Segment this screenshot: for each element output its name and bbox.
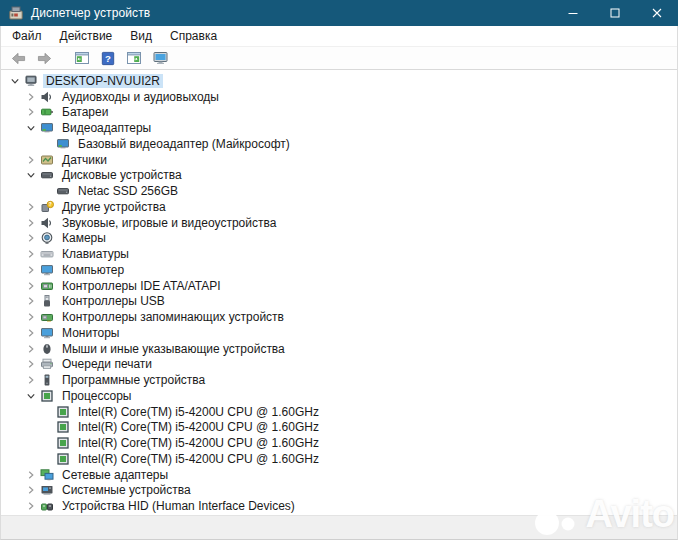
tree-row[interactable]: Устройства HID (Human Interface Devices) bbox=[1, 498, 677, 514]
toolbar: ? bbox=[1, 47, 677, 70]
chevron-right-icon[interactable] bbox=[22, 328, 39, 338]
back-button[interactable] bbox=[6, 48, 30, 68]
processor-icon bbox=[39, 389, 54, 403]
chevron-right-icon[interactable] bbox=[22, 344, 39, 354]
chevron-down-icon[interactable] bbox=[22, 170, 39, 180]
forward-button[interactable] bbox=[32, 48, 56, 68]
chevron-right-icon[interactable] bbox=[22, 249, 39, 259]
tree-row[interactable]: Батареи bbox=[1, 105, 677, 121]
chevron-right-icon[interactable] bbox=[22, 501, 39, 511]
tree-item-label[interactable]: Процессоры bbox=[59, 389, 135, 403]
chevron-down-icon[interactable] bbox=[6, 76, 23, 86]
tree-row[interactable]: Процессоры bbox=[1, 388, 677, 404]
tree-row[interactable]: Аудиовходы и аудиовыходы bbox=[1, 89, 677, 105]
tree-row[interactable]: Звуковые, игровые и видеоустройства bbox=[1, 215, 677, 231]
scan-monitor-icon bbox=[152, 50, 169, 66]
tree-item-label[interactable]: Intel(R) Core(TM) i5-4200U CPU @ 1.60GHz bbox=[75, 452, 322, 466]
minimize-button[interactable] bbox=[552, 0, 594, 26]
show-console-tree-button[interactable] bbox=[70, 48, 94, 68]
tree-item-label[interactable]: Программные устройства bbox=[59, 373, 208, 387]
chevron-right-icon[interactable] bbox=[22, 92, 39, 102]
tree-row[interactable]: Видеоадаптеры bbox=[1, 120, 677, 136]
storage-controller-icon bbox=[39, 310, 54, 324]
tree-item-label[interactable]: Клавиатуры bbox=[59, 247, 132, 261]
tree-row[interactable]: Очереди печати bbox=[1, 357, 677, 373]
tree-item-label[interactable]: Дисковые устройства bbox=[59, 168, 185, 182]
tree-row[interactable]: Компьютер bbox=[1, 262, 677, 278]
close-button[interactable] bbox=[636, 0, 678, 26]
tree-row[interactable]: Intel(R) Core(TM) i5-4200U CPU @ 1.60GHz bbox=[1, 404, 677, 420]
tree-item-label[interactable]: Базовый видеоадаптер (Майкрософт) bbox=[75, 137, 293, 151]
tree-row[interactable]: Сетевые адаптеры bbox=[1, 467, 677, 483]
tree-item-label[interactable]: Другие устройства bbox=[59, 200, 169, 214]
chevron-right-icon[interactable] bbox=[22, 359, 39, 369]
tree-item-label[interactable]: Intel(R) Core(TM) i5-4200U CPU @ 1.60GHz bbox=[75, 405, 322, 419]
tree-row[interactable]: DESKTOP-NVUUI2R bbox=[1, 73, 677, 89]
hid-device-icon bbox=[39, 499, 54, 513]
chevron-right-icon[interactable] bbox=[22, 107, 39, 117]
scan-hardware-button[interactable] bbox=[148, 48, 172, 68]
chevron-right-icon[interactable] bbox=[22, 202, 39, 212]
tree-item-label[interactable]: Системные устройства bbox=[59, 483, 194, 497]
chevron-right-icon[interactable] bbox=[22, 470, 39, 480]
chevron-right-icon[interactable] bbox=[22, 485, 39, 495]
tree-item-label[interactable]: Звуковые, игровые и видеоустройства bbox=[59, 216, 279, 230]
tree-row[interactable]: Системные устройства bbox=[1, 483, 677, 499]
tree-row[interactable]: Программные устройства bbox=[1, 372, 677, 388]
tree-row[interactable]: Контроллеры USB bbox=[1, 294, 677, 310]
menu-action[interactable]: Действие bbox=[51, 27, 122, 45]
tree-item-label[interactable]: Контроллеры IDE ATA/ATAPI bbox=[59, 279, 224, 293]
tree-item-label[interactable]: Батареи bbox=[59, 105, 111, 119]
tree-row[interactable]: Датчики bbox=[1, 152, 677, 168]
help-button[interactable]: ? bbox=[96, 48, 120, 68]
tree-item-label[interactable]: Камеры bbox=[59, 231, 109, 245]
tree-item-label[interactable]: Компьютер bbox=[59, 263, 127, 277]
tree-item-label[interactable]: Контроллеры запоминающих устройств bbox=[59, 310, 287, 324]
chevron-right-icon[interactable] bbox=[22, 155, 39, 165]
chevron-right-icon[interactable] bbox=[22, 233, 39, 243]
window-title: Диспетчер устройств bbox=[31, 6, 150, 20]
tree-item-label[interactable]: Мониторы bbox=[59, 326, 122, 340]
tree-row[interactable]: Intel(R) Core(TM) i5-4200U CPU @ 1.60GHz bbox=[1, 435, 677, 451]
chevron-right-icon[interactable] bbox=[22, 375, 39, 385]
device-tree: DESKTOP-NVUUI2RАудиовходы и аудиовыходыБ… bbox=[1, 70, 677, 515]
chevron-right-icon[interactable] bbox=[22, 296, 39, 306]
tree-row[interactable]: Мыши и иные указывающие устройства bbox=[1, 341, 677, 357]
console-tree-icon bbox=[74, 50, 90, 66]
tree-item-label[interactable]: Мыши и иные указывающие устройства bbox=[59, 342, 288, 356]
tree-row[interactable]: Контроллеры IDE ATA/ATAPI bbox=[1, 278, 677, 294]
tree-row[interactable]: Netac SSD 256GB bbox=[1, 183, 677, 199]
chevron-down-icon[interactable] bbox=[22, 391, 39, 401]
menu-file[interactable]: Файл bbox=[3, 27, 51, 45]
usb-controller-icon bbox=[39, 294, 54, 308]
tree-item-label[interactable]: Очереди печати bbox=[59, 357, 155, 371]
tree-item-label[interactable]: Датчики bbox=[59, 153, 110, 167]
tree-row[interactable]: Мониторы bbox=[1, 325, 677, 341]
tree-item-label[interactable]: Intel(R) Core(TM) i5-4200U CPU @ 1.60GHz bbox=[75, 420, 322, 434]
tree-row[interactable]: Контроллеры запоминающих устройств bbox=[1, 309, 677, 325]
tree-row[interactable]: Камеры bbox=[1, 231, 677, 247]
tree-item-label[interactable]: Видеоадаптеры bbox=[59, 121, 154, 135]
tree-item-label[interactable]: DESKTOP-NVUUI2R bbox=[43, 74, 163, 88]
tree-row[interactable]: ?Другие устройства bbox=[1, 199, 677, 215]
tree-row[interactable]: Клавиатуры bbox=[1, 246, 677, 262]
tree-item-label[interactable]: Контроллеры USB bbox=[59, 294, 168, 308]
tree-item-label[interactable]: Netac SSD 256GB bbox=[75, 184, 181, 198]
properties-button[interactable] bbox=[122, 48, 146, 68]
chevron-right-icon[interactable] bbox=[22, 312, 39, 322]
tree-item-label[interactable]: Аудиовходы и аудиовыходы bbox=[59, 90, 222, 104]
tree-row[interactable]: Intel(R) Core(TM) i5-4200U CPU @ 1.60GHz bbox=[1, 420, 677, 436]
menu-help[interactable]: Справка bbox=[161, 27, 226, 45]
tree-row[interactable]: Базовый видеоадаптер (Майкрософт) bbox=[1, 136, 677, 152]
chevron-right-icon[interactable] bbox=[22, 218, 39, 228]
chevron-down-icon[interactable] bbox=[22, 123, 39, 133]
chevron-right-icon[interactable] bbox=[22, 265, 39, 275]
tree-item-label[interactable]: Устройства HID (Human Interface Devices) bbox=[59, 499, 298, 513]
tree-item-label[interactable]: Сетевые адаптеры bbox=[59, 468, 171, 482]
maximize-button[interactable] bbox=[594, 0, 636, 26]
tree-item-label[interactable]: Intel(R) Core(TM) i5-4200U CPU @ 1.60GHz bbox=[75, 436, 322, 450]
menu-view[interactable]: Вид bbox=[121, 27, 161, 45]
chevron-right-icon[interactable] bbox=[22, 281, 39, 291]
tree-row[interactable]: Дисковые устройства bbox=[1, 168, 677, 184]
tree-row[interactable]: Intel(R) Core(TM) i5-4200U CPU @ 1.60GHz bbox=[1, 451, 677, 467]
